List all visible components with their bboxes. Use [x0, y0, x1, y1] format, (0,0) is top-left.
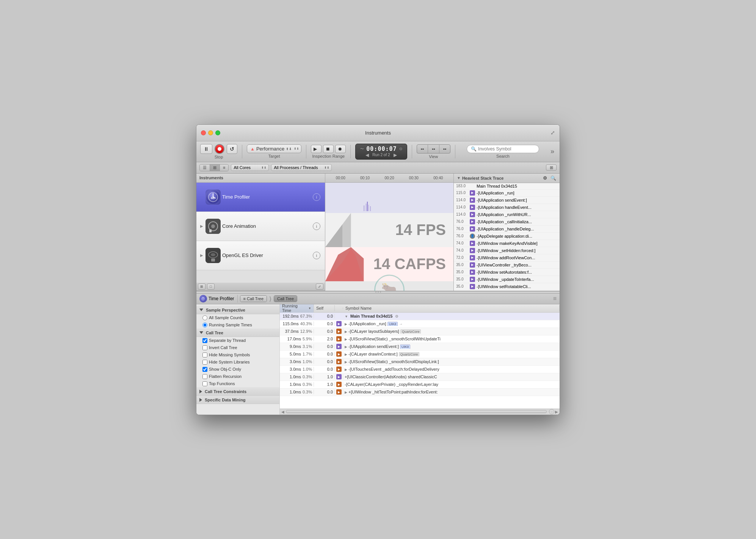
call-row-10[interactable]: 1.0ms0.3% 0.0 ▶ ▶+[UIWindow _hitTestToPo…	[280, 389, 560, 396]
stack-row[interactable]: 183.0Main Thread 0x34d15	[454, 183, 560, 190]
invert-call-tree-check[interactable]	[202, 345, 207, 350]
inspection-record-button[interactable]: ⏺	[335, 145, 346, 153]
stack-icon: ▶	[470, 255, 475, 260]
call-row-6[interactable]: 3.0ms1.0% 0.0 ▶ ▶-[UIScrollView(Static) …	[280, 358, 560, 366]
flatten-check[interactable]	[202, 374, 207, 379]
opengl-expand[interactable]: ▶	[198, 253, 204, 257]
view-btn-2[interactable]: ▪▪	[428, 145, 439, 153]
inst-expand-button[interactable]: ⤢	[316, 284, 323, 290]
scroll-right-icon[interactable]: ▶	[555, 410, 558, 414]
stack-row[interactable]: 35.0▶-[UIWindow setRotatableCli...	[454, 283, 560, 290]
call-row-3[interactable]: 17.0ms5.9% 2.0 ▶ ▶-[UIScrollView(Static)…	[280, 335, 560, 343]
call-row-8[interactable]: 1.0ms0.3% 1.0 ▶ +[UIClassicController(iA…	[280, 373, 560, 381]
cr1-lib-badge: UIKit	[387, 322, 398, 326]
stack-row[interactable]: 35.0▶-[UIWindow _updateToInterfa...	[454, 276, 560, 283]
cr10-self: 0.0	[314, 390, 335, 394]
stack-row[interactable]: 115.0▶-[UIApplication _run]	[454, 190, 560, 197]
opengl-info-button[interactable]: i	[313, 252, 320, 259]
stack-row[interactable]: 35.0▶-[UIViewController _tryBeco...	[454, 262, 560, 269]
self-header[interactable]: Self	[314, 305, 335, 311]
stack-row[interactable]: 76.0👤-[AppDelegate application:di...	[454, 233, 560, 240]
record-button[interactable]	[215, 144, 224, 154]
stack-num: 35.0	[456, 284, 468, 288]
call-row-5[interactable]: 5.0ms1.7% 0.0 ▶ ▶-[CALayer drawInContext…	[280, 351, 560, 358]
stack-row[interactable]: 76.0▶-[UIApplication _handleDeleg...	[454, 226, 560, 233]
all-processes-select[interactable]: All Processes / Threads	[271, 164, 332, 171]
search-bar[interactable]: 🔍	[467, 145, 539, 153]
inst-list-button[interactable]: □	[207, 284, 215, 290]
thread-row[interactable]: 192.0ms 67.3% 0.0 ▼ Main Thread 0x34d15 …	[280, 313, 560, 320]
top-functions-check[interactable]	[202, 381, 207, 386]
stack-label: -[UIApplication _runWithUR...	[477, 212, 557, 217]
minimize-button[interactable]	[208, 130, 213, 135]
search-input[interactable]	[478, 146, 535, 152]
cr6-lib-icon: ▶	[336, 359, 342, 364]
specific-data-mining-header[interactable]: Specific Data Mining	[196, 396, 279, 404]
stack-row[interactable]: 114.0▶-[UIApplication sendEvent:]	[454, 197, 560, 204]
time-profiler-row[interactable]: 45 Time Profiler i	[196, 183, 325, 212]
cr1-arrow-icon: →	[399, 322, 403, 326]
stack-row[interactable]: 114.0▶-[UIApplication _runWithUR...	[454, 211, 560, 218]
call-row-4[interactable]: 9.0ms3.1% 0.0 ▶ ▶-[UIApplication sendEve…	[280, 343, 560, 351]
seg-grid-icon[interactable]: ⊞	[210, 165, 220, 171]
call-row-7[interactable]: 3.0ms1.0% 0.0 ▶ ▶-[UITouchesEvent _addTo…	[280, 366, 560, 373]
call-tree-label: Call Tree	[206, 331, 223, 335]
hide-system-check[interactable]	[202, 360, 207, 365]
call-row-9[interactable]: 1.0ms0.3% 1.0 ▶ -[CALayer(CALayerPrivate…	[280, 381, 560, 389]
all-cores-select[interactable]: All Cores	[231, 164, 269, 171]
time-profiler-info-button[interactable]: i	[313, 193, 320, 201]
detail-toggle-button[interactable]: ⊞	[546, 165, 557, 171]
hide-missing-check[interactable]	[202, 353, 207, 357]
view-btn-1[interactable]: ▪▪	[417, 145, 428, 153]
seg-detail-icon[interactable]: ≡	[220, 165, 228, 171]
stack-row[interactable]: 72.0▶-[UIWindow addRootViewCon...	[454, 254, 560, 262]
timer-next-button[interactable]: ▶	[392, 152, 398, 158]
more-icon[interactable]: »	[549, 147, 556, 155]
inspection-stop-button[interactable]: ⏹	[323, 145, 334, 153]
stack-row[interactable]: 74.0▶-[UIWindow _setHidden:forced:]	[454, 247, 560, 254]
zoom-button[interactable]	[215, 130, 220, 135]
call-tree-btn-1[interactable]: ≡ Call Tree	[240, 296, 267, 302]
stack-row[interactable]: 76.0▶-[UIApplication _callInitializa...	[454, 218, 560, 226]
call-tree-body: 192.0ms 67.3% 0.0 ▼ Main Thread 0x34d15 …	[280, 313, 560, 409]
running-sample-radio[interactable]	[202, 323, 207, 327]
options-panel: Sample Perspective All Sample Counts Run…	[196, 304, 280, 415]
stack-label: -[UIWindow setAutorotates:f...	[477, 270, 557, 274]
view-btn-3[interactable]: ▪▪	[439, 145, 450, 153]
separate-by-thread-check[interactable]	[202, 338, 207, 343]
call-row-2[interactable]: 37.0ms12.9% 0.0 ▶ ▶-[CALayer layoutSubla…	[280, 328, 560, 335]
call-row-1[interactable]: 115.0ms40.3% 0.0 ▶ ▶-[UIApplication _run…	[280, 320, 560, 328]
target-dropdown[interactable]: ▲ Performance ⬆⬇	[247, 144, 301, 153]
core-animation-row[interactable]: ▶ Core Animation	[196, 212, 325, 241]
inspection-range-label: Inspection Range	[312, 154, 345, 158]
show-objc-check[interactable]	[202, 367, 207, 372]
running-time-header[interactable]: Running Time ▼	[280, 304, 314, 314]
timer-prev-button[interactable]: ◀	[364, 152, 370, 158]
call-tree-constraints-header[interactable]: Call Tree Constraints	[196, 387, 279, 396]
call-tree-scrollbar[interactable]: ◀ ○ ▶	[280, 409, 560, 415]
core-animation-expand[interactable]: ▶	[198, 224, 204, 228]
bottom-menu-icon[interactable]: ≡	[553, 295, 557, 302]
scroll-thumb[interactable]	[286, 410, 547, 413]
symbol-header[interactable]: Symbol Name	[343, 305, 560, 311]
all-sample-radio[interactable]	[202, 315, 207, 320]
stack-row[interactable]: 35.0▶-[UIWindow setAutorotates:f...	[454, 269, 560, 276]
stack-row[interactable]: 35.0▶-[UIWindow setRotatableCli...	[454, 290, 560, 291]
lib-header[interactable]	[335, 307, 343, 309]
refresh-button[interactable]: ↺	[227, 144, 237, 154]
stack-row[interactable]: 74.0▶-[UIWindow makeKeyAndVisible]	[454, 240, 560, 247]
core-animation-info-button[interactable]: i	[313, 222, 320, 230]
inst-add-button[interactable]: ⊞	[198, 284, 205, 290]
ext-settings-icon[interactable]: ⚙	[541, 175, 548, 182]
pause-button[interactable]: ⏸	[200, 144, 212, 154]
cr1-lib-icon: ▶	[336, 321, 342, 326]
ext-search-icon[interactable]: 🔍	[550, 175, 557, 182]
close-button[interactable]	[201, 130, 206, 135]
opengl-row[interactable]: ▶ OpenGL ES Driver	[196, 241, 325, 270]
seg-list-icon[interactable]: ☰	[200, 165, 210, 171]
scroll-left-icon[interactable]: ◀	[281, 410, 284, 414]
call-tree-btn-2[interactable]: Call Tree	[274, 296, 297, 302]
stack-row[interactable]: 114.0▶-[UIApplication handleEvent...	[454, 204, 560, 211]
fullscreen-icon[interactable]: ⤢	[551, 130, 555, 136]
inspection-play-button[interactable]: ▶	[311, 145, 322, 153]
